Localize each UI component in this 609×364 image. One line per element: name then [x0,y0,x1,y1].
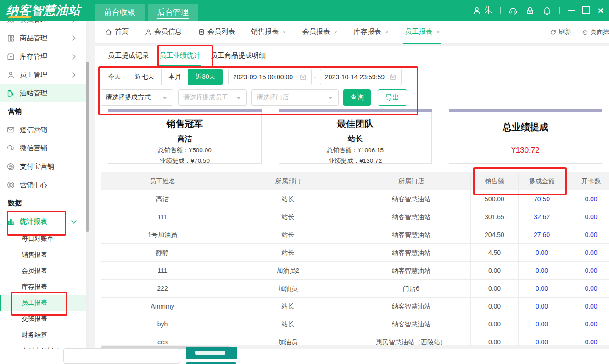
sidebar-item-9[interactable]: 营销中心 [0,176,89,194]
sidebar-item-label: 销售报表 [22,251,47,259]
subtab-2[interactable]: 员工商品提成明细 [211,46,266,65]
window-tab-bar: 首页会员信息会员列表销售报表×会员报表×库存报表×员工报表× [95,21,609,44]
sidebar-item-14[interactable]: 会员报表 [0,263,89,279]
date-to-input[interactable]: 2023-10-14 23:59:59 [320,69,402,85]
window-tab-2[interactable]: 会员列表 [192,21,241,44]
quick-range-0[interactable]: 今天 [101,69,128,85]
goods-icon [6,34,15,43]
sidebar-item-3[interactable]: 员工管理 [0,66,89,84]
window-tab-0[interactable]: 首页 [99,21,134,44]
filter-select-1[interactable]: 请选择提成员工 [178,89,247,106]
window-tab-6[interactable]: 员工报表× [399,21,446,44]
support-headset-icon[interactable] [508,6,518,15]
table-cell: 站长 [224,190,352,208]
card-total-sales: 总销售额：¥500.00 [108,146,261,154]
table-cell: 222 [101,280,224,297]
sidebar-item-12[interactable]: 每日对账单 [0,231,89,247]
table-cell[interactable]: 0.00 [519,244,565,261]
table-cell[interactable]: 0.00 [565,190,609,208]
user-icon [472,6,481,15]
close-tab-icon[interactable]: × [385,28,389,36]
date-to-value: 2023-10-14 23:59:59 [325,73,385,81]
table-cell[interactable]: 0.00 [519,280,565,297]
window-maximize-button[interactable] [582,6,590,14]
window-tab-label: 员工报表 [405,28,432,36]
refresh-button[interactable]: 刷新 [550,28,571,36]
table-cell[interactable]: 0.00 [519,315,565,333]
alipay-icon [6,162,15,171]
close-tab-icon[interactable]: × [282,28,286,36]
query-button[interactable]: 查询 [343,89,371,106]
sidebar-item-7[interactable]: 微信营销 [0,139,89,157]
table-row: 222加油员门店60.000.000.00 [101,280,609,298]
table-cell: Ammmy [101,298,224,315]
table-cell[interactable]: 0.00 [565,262,609,279]
filter-select-2[interactable]: 请选择门店 [251,89,339,106]
subtab-1[interactable]: 员工业绩统计 [159,46,201,65]
sidebar-item-8[interactable]: 支付宝营销 [0,157,89,176]
quick-range-3[interactable]: 近30天 [188,69,223,85]
date-from-input[interactable]: 2023-09-15 00:00:00 [228,69,312,85]
sidebar-scrollbar[interactable] [86,21,89,349]
table-cell[interactable]: 0.00 [565,244,609,261]
export-button[interactable]: 导出 [378,89,407,106]
close-tab-icon[interactable]: × [334,28,338,36]
sidebar-item-6[interactable]: 短信营销 [0,121,89,139]
sidebar-item-13[interactable]: 销售报表 [0,247,89,263]
background-teal-button[interactable] [186,347,237,359]
table-cell[interactable]: 0.00 [565,280,609,297]
table-cell[interactable]: 0.00 [519,298,565,315]
close-tab-icon[interactable]: × [436,28,440,36]
card-total-sales: 总销售额：¥1006.15 [279,146,431,154]
quick-range-1[interactable]: 近七天 [128,69,161,85]
target-icon [6,181,15,189]
table-cell: 纳客智慧油站 [352,190,471,208]
quick-range-2[interactable]: 本月 [161,69,188,85]
table-cell[interactable]: 0.00 [519,262,565,279]
sidebar-item-15[interactable]: 库存报表 [0,279,89,295]
front-cashier-button[interactable]: 前台收银 [95,4,145,21]
table-cell[interactable]: 32.62 [519,208,565,226]
table-cell[interactable]: 0.00 [565,226,609,243]
sidebar-item-label: 数据 [8,199,22,208]
calendar-icon[interactable] [389,73,397,81]
sidebar-item-label: 库存报表 [22,283,47,291]
window-close-button[interactable]: × [598,6,603,15]
subtab-0[interactable]: 员工提成记录 [108,46,149,65]
sidebar-item-4[interactable]: 油站管理 [0,84,89,102]
table-cell[interactable]: 0.00 [565,298,609,315]
notifications-bell-icon[interactable] [542,6,552,15]
sidebar-item-2[interactable]: 库存管理 [0,47,89,66]
window-minimize-button[interactable] [568,10,575,11]
window-tab-1[interactable]: 会员信息 [139,21,188,44]
table-cell[interactable]: 27.60 [519,226,565,243]
background-input[interactable] [63,348,180,363]
sidebar-item-17[interactable]: 交班报表 [0,311,89,327]
sidebar-item-1[interactable]: 商品管理 [0,29,89,47]
window-tab-5[interactable]: 库存报表× [348,21,395,44]
table-cell: 加油员 [224,280,352,297]
sidebar-item-0[interactable]: 会员管理 [0,21,89,29]
filter-select-0[interactable]: 请选择提成方式 [101,89,173,106]
table-row: 111站长纳客智慧油站301.6532.620.00 [101,208,609,226]
backoffice-button[interactable]: 后台管理 [148,4,198,21]
background-page-layer [0,349,609,364]
sidebar-item-11[interactable]: 统计报表 [0,212,89,231]
table-cell[interactable]: 0.00 [565,315,609,333]
sidebar-item-18[interactable]: 财务结算 [0,327,89,343]
table-cell[interactable]: 70.50 [519,190,565,208]
column-header-0: 员工姓名 [101,172,224,190]
sidebar-item-16[interactable]: 员工报表 [0,295,89,311]
lock-screen-icon[interactable] [525,6,535,15]
table-cell[interactable]: 0.00 [565,208,609,226]
sidebar-scrollbar-thumb[interactable] [86,62,89,232]
calendar-icon[interactable] [299,73,307,81]
user-chip[interactable]: 朱 [472,5,492,16]
page-operations-button[interactable]: 页面操作 [581,28,609,36]
table-row: 111加油员2纳客智慧油站0.000.000.00 [101,262,609,280]
window-tab-3[interactable]: 销售报表× [245,21,292,44]
card-title: 销售冠军 [108,118,261,130]
window-tab-4[interactable]: 会员报表× [296,21,344,44]
select-caret-icon [328,97,333,101]
sidebar-item-label: 库存管理 [20,52,47,61]
